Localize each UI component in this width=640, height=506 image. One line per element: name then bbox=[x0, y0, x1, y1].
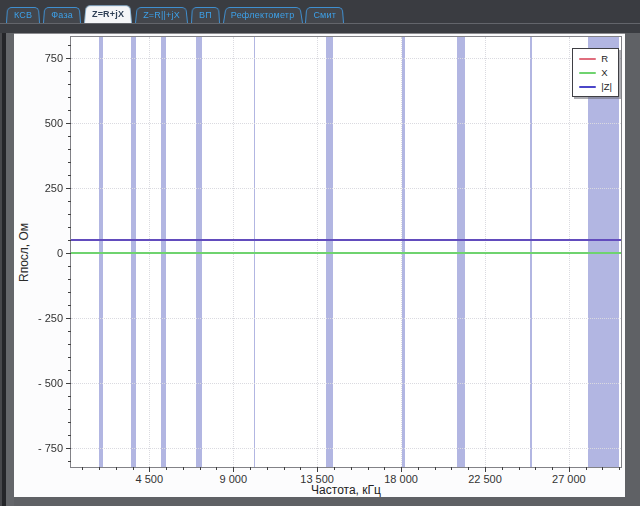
x-minor-tick bbox=[552, 467, 553, 470]
x-minor-tick bbox=[300, 467, 301, 470]
x-minor-tick bbox=[602, 467, 603, 470]
x-minor-tick bbox=[384, 467, 385, 470]
y-minor-tick bbox=[68, 136, 71, 137]
x-minor-tick bbox=[368, 467, 369, 470]
y-minor-tick bbox=[68, 175, 71, 176]
chart-panel: Rпосл, Ом 4 5009 00013 50018 00022 50027… bbox=[14, 33, 625, 497]
x-major-tick bbox=[569, 467, 570, 472]
x-minor-tick bbox=[284, 467, 285, 470]
tab-strip: КСВ Фаза Z=R+jX Z=R||+jX ВП Рефлектометр… bbox=[6, 6, 344, 23]
x-minor-tick bbox=[82, 467, 83, 470]
y-minor-tick bbox=[68, 214, 71, 215]
y-gridline bbox=[71, 448, 621, 449]
x-minor-tick bbox=[451, 467, 452, 470]
x-minor-tick bbox=[133, 467, 134, 470]
y-minor-tick bbox=[68, 396, 71, 397]
y-gridline bbox=[71, 123, 621, 124]
y-gridline bbox=[71, 383, 621, 384]
x-minor-tick bbox=[166, 467, 167, 470]
y-tick-label: - 750 bbox=[38, 442, 63, 454]
y-minor-tick bbox=[68, 461, 71, 462]
y-minor-tick bbox=[68, 45, 71, 46]
y-minor-tick bbox=[68, 266, 71, 267]
y-minor-tick bbox=[68, 279, 71, 280]
y-tick-label: 250 bbox=[45, 182, 63, 194]
x-major-tick bbox=[485, 467, 486, 472]
legend-label-x: X bbox=[601, 68, 607, 77]
tab-smith[interactable]: Смит bbox=[305, 6, 344, 23]
tab-reflectometer-label: Рефлектометр bbox=[231, 10, 295, 20]
tab-faza[interactable]: Фаза bbox=[43, 6, 81, 23]
tab-z-series[interactable]: Z=R+jX bbox=[84, 4, 132, 23]
x-minor-tick bbox=[216, 467, 217, 470]
legend-item-x: X bbox=[579, 68, 612, 77]
x-minor-tick bbox=[535, 467, 536, 470]
x-minor-tick bbox=[468, 467, 469, 470]
x-minor-tick bbox=[183, 467, 184, 470]
y-minor-tick bbox=[68, 305, 71, 306]
y-minor-tick bbox=[68, 292, 71, 293]
legend-swatch-r-line bbox=[579, 58, 596, 60]
x-minor-tick bbox=[351, 467, 352, 470]
y-minor-tick bbox=[68, 409, 71, 410]
y-minor-tick bbox=[68, 71, 71, 72]
tab-ksv-label: КСВ bbox=[14, 10, 32, 20]
tab-ksv[interactable]: КСВ bbox=[6, 6, 40, 23]
y-minor-tick bbox=[68, 344, 71, 345]
x-major-tick bbox=[149, 467, 150, 472]
legend-label-z: |Z| bbox=[601, 82, 612, 91]
y-minor-tick bbox=[68, 110, 71, 111]
legend-swatch-z-line bbox=[579, 86, 596, 88]
x-minor-tick bbox=[519, 467, 520, 470]
y-minor-tick bbox=[68, 227, 71, 228]
tab-faza-label: Фаза bbox=[51, 10, 73, 20]
y-tick-label: 500 bbox=[45, 117, 63, 129]
legend-label-r: R bbox=[601, 54, 608, 63]
y-axis-title: Rпосл, Ом bbox=[17, 36, 31, 468]
y-major-tick bbox=[66, 318, 71, 319]
tab-reflectometer[interactable]: Рефлектометр bbox=[223, 6, 303, 23]
window-frame-left bbox=[0, 0, 14, 506]
x-major-tick bbox=[233, 467, 234, 472]
x-minor-tick bbox=[502, 467, 503, 470]
y-gridline bbox=[71, 318, 621, 319]
plot-area[interactable]: 4 5009 00013 50018 00022 50027 000750500… bbox=[70, 36, 622, 468]
y-minor-tick bbox=[68, 435, 71, 436]
y-minor-tick bbox=[68, 357, 71, 358]
x-minor-tick bbox=[250, 467, 251, 470]
legend-item-z: |Z| bbox=[579, 82, 612, 91]
y-minor-tick bbox=[68, 162, 71, 163]
y-major-tick bbox=[66, 383, 71, 384]
tab-bar: КСВ Фаза Z=R+jX Z=R||+jX ВП Рефлектометр… bbox=[0, 0, 640, 33]
tab-vp-label: ВП bbox=[199, 10, 212, 20]
legend: R X |Z| bbox=[572, 48, 619, 97]
y-tick-label: - 250 bbox=[38, 312, 63, 324]
x-minor-tick bbox=[200, 467, 201, 470]
x-minor-tick bbox=[116, 467, 117, 470]
y-tick-label: 0 bbox=[57, 247, 63, 259]
y-major-tick bbox=[66, 448, 71, 449]
x-minor-tick bbox=[334, 467, 335, 470]
y-tick-label: - 500 bbox=[38, 377, 63, 389]
y-minor-tick bbox=[68, 84, 71, 85]
tab-smith-label: Смит bbox=[313, 10, 336, 20]
y-minor-tick bbox=[68, 331, 71, 332]
x-major-tick bbox=[317, 467, 318, 472]
tab-z-parallel[interactable]: Z=R||+jX bbox=[135, 6, 188, 23]
x-minor-tick bbox=[267, 467, 268, 470]
y-major-tick bbox=[66, 58, 71, 59]
series-line-X bbox=[71, 252, 621, 254]
legend-swatch-x-line bbox=[579, 72, 596, 74]
tab-z-series-label: Z=R+jX bbox=[92, 9, 124, 19]
x-minor-tick bbox=[619, 467, 620, 470]
y-minor-tick bbox=[68, 370, 71, 371]
x-minor-tick bbox=[435, 467, 436, 470]
x-minor-tick bbox=[99, 467, 100, 470]
x-minor-tick bbox=[418, 467, 419, 470]
series-line-|Z| bbox=[71, 239, 621, 241]
y-major-tick bbox=[66, 188, 71, 189]
y-minor-tick bbox=[68, 149, 71, 150]
tab-vp[interactable]: ВП bbox=[191, 6, 220, 23]
x-major-tick bbox=[401, 467, 402, 472]
y-tick-label: 750 bbox=[45, 52, 63, 64]
